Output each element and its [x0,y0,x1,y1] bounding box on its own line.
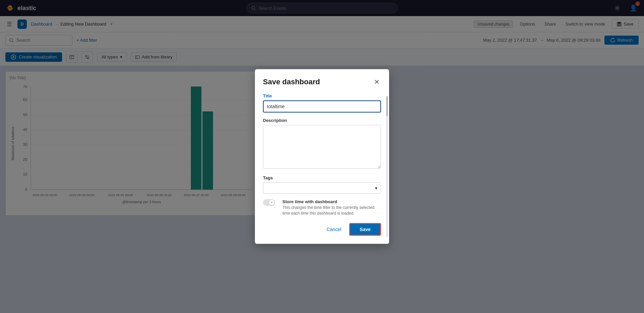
store-time-description: This changes the time filter to the curr… [282,205,381,216]
save-modal-button[interactable]: Save [349,223,381,236]
tags-select[interactable]: ▾ [263,182,381,194]
store-time-text: Store time with dashboard This changes t… [282,199,381,216]
modal-scrollbar [386,96,388,237]
cancel-button[interactable]: Cancel [323,225,345,234]
modal-footer: Cancel Save [263,223,381,236]
title-input[interactable] [263,100,381,113]
chevron-down-icon: ▾ [375,185,377,191]
modal-body: Title Description Tags ▾ ✕ Store time wi… [263,93,381,216]
store-time-toggle[interactable]: ✕ [263,199,275,206]
store-time-toggle-container[interactable]: ✕ [263,199,279,206]
modal-close-button[interactable]: ✕ [373,77,381,87]
store-time-row: ✕ Store time with dashboard This changes… [263,199,381,216]
toggle-x-icon: ✕ [269,200,274,205]
modal-header: Save dashboard ✕ [263,77,381,87]
save-dashboard-modal: Save dashboard ✕ Title Description Tags … [255,69,389,244]
modal-overlay: Save dashboard ✕ Title Description Tags … [0,0,644,313]
modal-scroll-thumb [386,96,388,116]
modal-title: Save dashboard [263,78,320,86]
tags-field-label: Tags [263,175,381,180]
description-textarea[interactable] [263,125,381,169]
store-time-label: Store time with dashboard [282,199,381,204]
description-field-label: Description [263,118,381,123]
title-field-label: Title [263,93,381,98]
